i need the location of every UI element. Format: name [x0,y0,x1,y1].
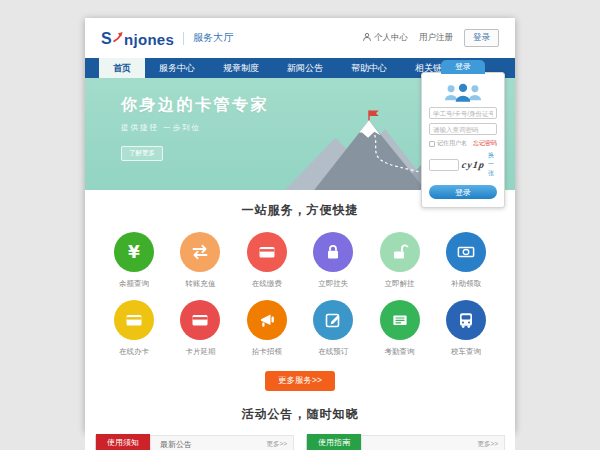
login-tab[interactable]: 登录 [441,60,485,74]
forgot-password-link[interactable]: 忘记密码 [473,139,497,148]
person-icon [362,32,372,44]
service-label: 拾卡招领 [242,347,292,357]
service-item[interactable]: 考勤查询 [375,300,425,357]
service-label: 转账充值 [175,279,225,289]
nav-item-4[interactable]: 帮助中心 [337,58,401,78]
notice-panel: 使用须知 最新公告 更多>> [95,435,294,450]
service-row: ¥余额查询转账充值在线缴费立即挂失立即解挂补助领取 [85,232,515,289]
logo-arrow-icon [113,29,123,46]
personal-center-label: 个人中心 [374,32,408,44]
service-label: 余额查询 [109,279,159,289]
service-item[interactable]: 拾卡招领 [242,300,292,357]
nav-item-3[interactable]: 新闻公告 [273,58,337,78]
service-label: 立即挂失 [308,279,358,289]
remember-row: 记住用户名 忘记密码 [429,139,497,148]
remember-label: 记住用户名 [437,139,467,148]
service-item[interactable]: 在线预订 [308,300,358,357]
guide-more-link[interactable]: 更多>> [477,440,498,449]
list-icon [380,300,420,340]
service-label: 考勤查询 [375,347,425,357]
hero-banner: 你身边的卡管专家 提供捷径 一步到位 了解更多 登录 [85,78,515,190]
service-label: 校车查询 [441,347,491,357]
unlock-icon [380,232,420,272]
header-right: 个人中心 用户注册 登录 [362,29,499,47]
bank-card-icon [114,300,154,340]
login-panel: 登录 记住用户名 忘记密码 cy1p 换一张 登录 [421,72,505,208]
announcements-section: 活动公告，随时知晓 使用须知 最新公告 更多>> 使用指南 更多>> [85,391,515,450]
latest-announcements-tab[interactable]: 最新公告 [160,439,192,450]
service-item[interactable]: 立即解挂 [375,232,425,289]
service-item[interactable]: 校车查询 [441,300,491,357]
service-label: 补助领取 [441,279,491,289]
logo[interactable]: S njones [101,29,174,48]
guide-panel: 使用指南 更多>> [306,435,505,450]
logo-text-rest: njones [124,31,174,48]
site-name: 服务大厅 [193,31,233,45]
lock-icon [313,232,353,272]
nav-item-2[interactable]: 规章制度 [209,58,273,78]
yen-icon: ¥ [114,232,154,272]
currency-glyph: ¥ [128,242,140,262]
users-icon [442,81,484,103]
captcha-row: cy1p 换一张 [429,151,497,178]
login-submit-button[interactable]: 登录 [429,185,497,199]
service-label: 在线缴费 [242,279,292,289]
service-row: 在线办卡卡片延期拾卡招领在线预订考勤查询校车查询 [85,300,515,357]
services-section: 一站服务，方便快捷 ¥余额查询转账充值在线缴费立即挂失立即解挂补助领取 在线办卡… [85,190,515,391]
captcha-refresh-link[interactable]: 换一张 [488,151,497,178]
service-item[interactable]: ¥余额查询 [109,232,159,289]
page: S njones 服务大厅 个人中心 用户注册 登录 首页服务中心规章制度新闻公… [85,18,515,432]
nav-item-1[interactable]: 服务中心 [145,58,209,78]
banner-text: 你身边的卡管专家 提供捷径 一步到位 了解更多 [121,95,269,161]
service-label: 在线办卡 [109,347,159,357]
user-register-link[interactable]: 用户注册 [419,32,453,44]
service-item[interactable]: 转账充值 [175,232,225,289]
notice-ribbon[interactable]: 使用须知 [96,434,150,450]
service-item[interactable]: 补助领取 [441,232,491,289]
megaphone-icon [247,300,287,340]
bank-card-icon [247,232,287,272]
user-register-label: 用户注册 [419,32,453,44]
service-item[interactable]: 在线缴费 [242,232,292,289]
bus-icon [446,300,486,340]
username-input[interactable] [429,107,497,119]
more-services-button[interactable]: 更多服务>> [265,371,335,391]
nav-item-0[interactable]: 首页 [99,58,145,78]
service-item[interactable]: 立即挂失 [308,232,358,289]
service-label: 卡片延期 [175,347,225,357]
announcement-panels: 使用须知 最新公告 更多>> 使用指南 更多>> [85,435,515,450]
personal-center-link[interactable]: 个人中心 [362,32,408,44]
banner-heading: 你身边的卡管专家 [121,95,269,116]
edit-icon [313,300,353,340]
banner-cta-button[interactable]: 了解更多 [121,146,163,161]
service-label: 立即解挂 [375,279,425,289]
header-login-button[interactable]: 登录 [464,29,499,47]
notice-more-link[interactable]: 更多>> [266,440,287,449]
header: S njones 服务大厅 个人中心 用户注册 登录 [85,18,515,58]
password-input[interactable] [429,123,497,135]
service-label: 在线预订 [308,347,358,357]
captcha-image[interactable]: cy1p [461,159,485,170]
captcha-input[interactable] [429,159,459,171]
guide-panel-header: 使用指南 更多>> [307,436,504,450]
notice-panel-header: 使用须知 最新公告 更多>> [96,436,293,450]
banner-subheading: 提供捷径 一步到位 [121,123,269,133]
service-item[interactable]: 在线办卡 [109,300,159,357]
logo-text-s: S [101,30,112,48]
banknote-icon [446,232,486,272]
logo-divider [183,32,184,45]
transfer-arrows-icon [180,232,220,272]
announcements-title: 活动公告，随时知晓 [85,406,515,423]
bank-card-icon [180,300,220,340]
service-item[interactable]: 卡片延期 [175,300,225,357]
guide-ribbon[interactable]: 使用指南 [307,434,361,450]
remember-checkbox[interactable] [429,141,435,147]
